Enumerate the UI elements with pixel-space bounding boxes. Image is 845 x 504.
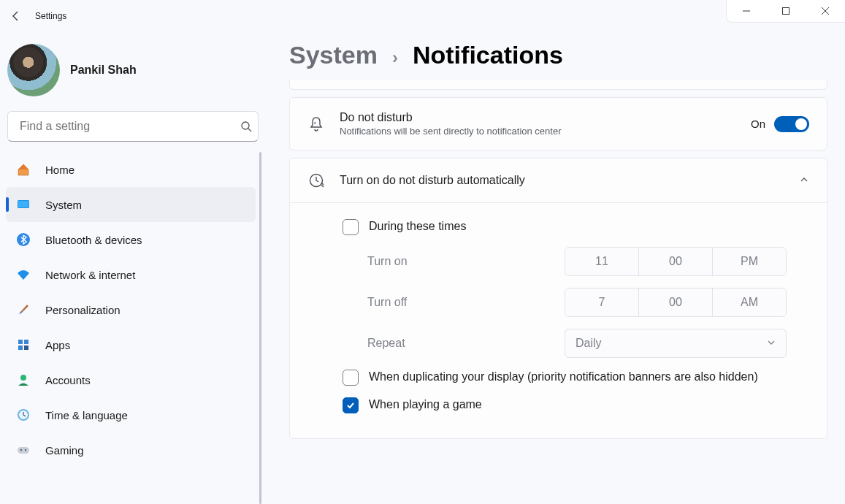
duplicating-display-checkbox[interactable] xyxy=(343,370,359,386)
svg-rect-10 xyxy=(24,340,28,344)
back-button[interactable] xyxy=(10,10,22,22)
turn-on-time[interactable]: 11 00 PM xyxy=(565,247,787,276)
dnd-subtitle: Notifications will be sent directly to n… xyxy=(340,126,736,137)
auto-dnd-title: Turn on do not disturb automatically xyxy=(340,174,784,187)
nav-network[interactable]: Network & internet xyxy=(6,257,256,292)
chevron-down-icon xyxy=(767,337,776,350)
search-box[interactable] xyxy=(7,111,259,142)
nav-time[interactable]: Time & language xyxy=(6,397,256,432)
svg-line-5 xyxy=(248,129,251,131)
breadcrumb-current: Notifications xyxy=(413,41,563,69)
dnd-icon: z xyxy=(307,115,325,133)
nav-gaming[interactable]: Gaming xyxy=(6,432,256,467)
svg-rect-1 xyxy=(783,8,789,15)
accounts-icon xyxy=(16,373,31,387)
nav-bluetooth[interactable]: Bluetooth & devices xyxy=(6,222,256,257)
nav-label: Apps xyxy=(45,339,70,351)
turn-off-label: Turn off xyxy=(367,296,565,309)
nav-apps[interactable]: Apps xyxy=(6,327,256,362)
chevron-up-icon xyxy=(799,175,809,187)
nav: Home System Bluetooth & devices Network … xyxy=(6,152,263,467)
during-times-label: During these times xyxy=(369,218,466,234)
turn-off-time[interactable]: 7 00 AM xyxy=(565,288,787,317)
nav-accounts[interactable]: Accounts xyxy=(6,362,256,397)
titlebar: Settings xyxy=(0,0,845,32)
auto-dnd-panel: During these times Turn on 11 00 PM Turn… xyxy=(290,202,827,438)
nav-label: Gaming xyxy=(45,444,84,457)
repeat-value: Daily xyxy=(576,337,602,350)
turn-on-ampm[interactable]: PM xyxy=(713,248,786,275)
dnd-title: Do not disturb xyxy=(340,111,736,124)
svg-text:z: z xyxy=(314,121,316,125)
search-icon xyxy=(240,121,252,132)
playing-game-label: When playing a game xyxy=(369,397,482,413)
sidebar-scrollbar[interactable] xyxy=(259,152,261,504)
svg-rect-9 xyxy=(18,340,23,344)
turn-off-hour[interactable]: 7 xyxy=(565,289,639,316)
profile-name: Pankil Shah xyxy=(70,64,137,77)
window-controls xyxy=(726,0,845,23)
gaming-icon xyxy=(16,443,31,457)
dnd-card: z Do not disturb Notifications will be s… xyxy=(289,97,827,150)
dnd-toggle[interactable] xyxy=(774,116,809,132)
nav-label: Network & internet xyxy=(45,269,135,281)
during-times-checkbox[interactable] xyxy=(343,219,359,235)
repeat-label: Repeat xyxy=(367,337,565,350)
clock-icon xyxy=(16,408,31,422)
playing-game-checkbox[interactable] xyxy=(343,397,359,413)
avatar xyxy=(7,44,60,96)
main-content: System › Notifications z Do not disturb … xyxy=(263,32,845,504)
system-icon xyxy=(16,197,31,212)
svg-point-4 xyxy=(242,122,249,129)
app-title: Settings xyxy=(35,11,66,21)
auto-dnd-expander[interactable]: Turn on do not disturb automatically xyxy=(290,159,827,202)
svg-rect-7 xyxy=(18,201,28,207)
svg-rect-11 xyxy=(18,345,23,350)
nav-system[interactable]: System xyxy=(6,187,256,222)
search-input[interactable] xyxy=(18,119,240,134)
home-icon xyxy=(16,162,31,177)
nav-label: Accounts xyxy=(45,374,91,386)
duplicating-display-label: When duplicating your display (priority … xyxy=(369,369,758,385)
nav-personalization[interactable]: Personalization xyxy=(6,292,256,327)
svg-point-17 xyxy=(20,449,22,451)
svg-rect-12 xyxy=(24,345,28,350)
sidebar: Pankil Shah Home System Bluetooth & devi… xyxy=(0,32,263,504)
nav-label: Personalization xyxy=(45,304,121,316)
brush-icon xyxy=(16,302,31,317)
nav-label: System xyxy=(45,199,82,211)
previous-card-edge xyxy=(289,80,827,90)
breadcrumb: System › Notifications xyxy=(289,41,827,69)
bluetooth-icon xyxy=(16,232,31,247)
turn-off-ampm[interactable]: AM xyxy=(713,289,786,316)
nav-label: Time & language xyxy=(45,409,128,421)
turn-on-hour[interactable]: 11 xyxy=(565,248,639,275)
dnd-toggle-label: On xyxy=(751,118,765,130)
clock-outline-icon xyxy=(307,172,325,189)
svg-point-13 xyxy=(20,375,26,381)
nav-home[interactable]: Home xyxy=(6,152,256,187)
minimize-button[interactable] xyxy=(727,0,766,22)
svg-rect-16 xyxy=(18,447,29,454)
turn-on-label: Turn on xyxy=(367,255,565,268)
turn-on-minute[interactable]: 00 xyxy=(639,248,713,275)
breadcrumb-parent[interactable]: System xyxy=(289,41,378,69)
close-button[interactable] xyxy=(806,0,845,22)
nav-label: Home xyxy=(45,164,74,176)
svg-point-18 xyxy=(25,449,26,451)
turn-off-minute[interactable]: 00 xyxy=(639,289,713,316)
maximize-button[interactable] xyxy=(766,0,806,22)
chevron-right-icon: › xyxy=(392,47,398,68)
nav-label: Bluetooth & devices xyxy=(45,234,142,246)
profile-section[interactable]: Pankil Shah xyxy=(6,32,263,111)
apps-icon xyxy=(16,337,31,352)
wifi-icon xyxy=(16,267,31,282)
auto-dnd-card: Turn on do not disturb automatically Dur… xyxy=(289,158,827,439)
repeat-select[interactable]: Daily xyxy=(565,329,787,358)
